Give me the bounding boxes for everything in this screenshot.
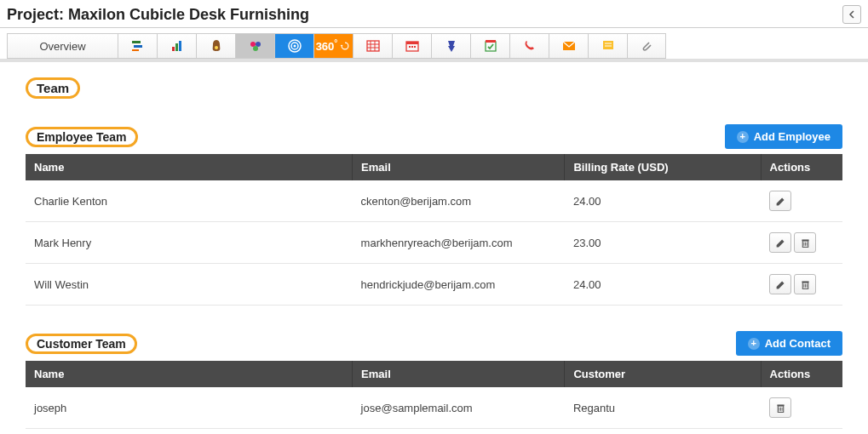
cell-customer: Regantu bbox=[565, 387, 761, 429]
plus-icon: + bbox=[748, 338, 760, 350]
tab-360[interactable]: 360° bbox=[313, 33, 353, 59]
svg-rect-2 bbox=[132, 49, 139, 51]
col-actions: Actions bbox=[761, 154, 842, 180]
svg-rect-19 bbox=[406, 42, 418, 44]
cell-rate: 24.00 bbox=[565, 264, 761, 306]
tab-reports[interactable] bbox=[157, 33, 196, 59]
cell-email: hendrickjude@berijam.com bbox=[353, 264, 565, 306]
cell-customer: Regantu bbox=[565, 429, 761, 435]
tab-grid[interactable] bbox=[353, 33, 392, 59]
svg-rect-5 bbox=[179, 41, 181, 51]
cell-name: joseph bbox=[26, 387, 353, 429]
cell-email: gcloon@berijam.com bbox=[353, 429, 565, 435]
svg-rect-26 bbox=[603, 41, 613, 49]
cell-name: Charlie Kenton bbox=[26, 180, 353, 222]
svg-point-12 bbox=[293, 45, 296, 48]
back-button[interactable] bbox=[842, 5, 861, 24]
cell-name: Will Westin bbox=[26, 264, 353, 306]
svg-rect-13 bbox=[367, 41, 379, 51]
tab-gantt[interactable] bbox=[118, 33, 157, 59]
customer-team-title: Customer Team bbox=[26, 334, 137, 354]
col-email[interactable]: Email bbox=[353, 361, 565, 387]
tab-phone[interactable] bbox=[509, 33, 549, 59]
tab-mail[interactable] bbox=[549, 33, 588, 59]
svg-rect-21 bbox=[411, 46, 413, 48]
svg-rect-24 bbox=[486, 40, 496, 43]
add-contact-button[interactable]: + Add Contact bbox=[736, 331, 842, 356]
table-row: Will Westinhendrickjude@berijam.com24.00 bbox=[26, 264, 842, 306]
cell-name: George clooney bbox=[26, 429, 353, 435]
tab-finance[interactable] bbox=[196, 33, 235, 59]
cell-email: jose@samplemail.com bbox=[353, 387, 565, 429]
tab-360-label: 360 bbox=[316, 40, 335, 53]
svg-point-7 bbox=[250, 42, 256, 47]
edit-button[interactable] bbox=[769, 274, 791, 294]
cell-rate: 23.00 bbox=[565, 222, 761, 264]
col-rate[interactable]: Billing Rate (USD) bbox=[565, 154, 761, 180]
tab-attachment[interactable] bbox=[627, 33, 666, 59]
table-row: josephjose@samplemail.comRegantu bbox=[26, 387, 842, 429]
tab-team[interactable] bbox=[235, 33, 274, 59]
svg-rect-3 bbox=[172, 47, 175, 51]
svg-rect-43 bbox=[777, 404, 784, 406]
delete-button[interactable] bbox=[794, 274, 816, 294]
svg-rect-4 bbox=[175, 43, 178, 51]
plus-icon: + bbox=[737, 131, 749, 143]
employee-team-table: Name Email Billing Rate (USD) Actions Ch… bbox=[26, 154, 842, 306]
project-title: Project: Maxilon Cubicle Desk Furnishing bbox=[7, 6, 309, 24]
col-actions: Actions bbox=[761, 361, 842, 387]
delete-button[interactable] bbox=[794, 232, 816, 253]
edit-button[interactable] bbox=[769, 191, 791, 211]
tab-note[interactable] bbox=[588, 33, 627, 59]
tab-calendar[interactable] bbox=[392, 33, 431, 59]
svg-rect-22 bbox=[414, 46, 416, 48]
svg-rect-20 bbox=[409, 46, 411, 48]
tab-checklist[interactable] bbox=[470, 33, 509, 59]
table-row: George clooneygcloon@berijam.comRegantu bbox=[26, 429, 842, 435]
svg-rect-33 bbox=[802, 239, 808, 241]
section-title-team: Team bbox=[26, 77, 80, 99]
svg-point-9 bbox=[253, 46, 258, 51]
tab-overview[interactable]: Overview bbox=[7, 33, 118, 59]
svg-rect-0 bbox=[132, 41, 141, 43]
svg-rect-38 bbox=[802, 281, 808, 283]
col-name[interactable]: Name bbox=[26, 154, 353, 180]
col-email[interactable]: Email bbox=[353, 154, 565, 180]
cell-email: markhenryreach@berijam.com bbox=[353, 222, 565, 264]
project-toolbar: Overview 360° bbox=[7, 33, 861, 59]
tab-target[interactable] bbox=[274, 33, 313, 59]
col-name[interactable]: Name bbox=[26, 361, 353, 387]
add-contact-label: Add Contact bbox=[765, 337, 831, 350]
table-row: Charlie Kentonckenton@berijam.com24.00 bbox=[26, 180, 842, 222]
svg-point-6 bbox=[215, 46, 218, 49]
customer-team-table: Name Email Customer Actions josephjose@s… bbox=[26, 361, 842, 434]
cell-name: Mark Henry bbox=[26, 222, 353, 264]
col-customer[interactable]: Customer bbox=[565, 361, 761, 387]
add-employee-label: Add Employee bbox=[754, 130, 831, 143]
add-employee-button[interactable]: + Add Employee bbox=[725, 124, 842, 149]
cell-rate: 24.00 bbox=[565, 180, 761, 222]
edit-button[interactable] bbox=[769, 232, 791, 253]
svg-point-8 bbox=[256, 42, 261, 47]
employee-team-title: Employee Team bbox=[26, 127, 138, 147]
table-row: Mark Henrymarkhenryreach@berijam.com23.0… bbox=[26, 222, 842, 264]
delete-button[interactable] bbox=[769, 397, 791, 418]
svg-rect-1 bbox=[134, 45, 142, 48]
tab-pin[interactable] bbox=[431, 33, 470, 59]
cell-email: ckenton@berijam.com bbox=[353, 180, 565, 222]
